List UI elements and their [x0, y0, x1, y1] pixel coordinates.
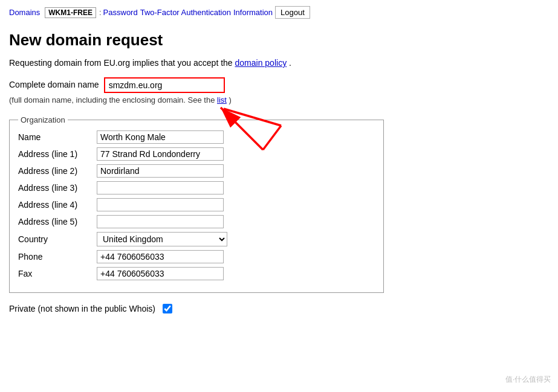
- policy-link[interactable]: domain policy: [235, 58, 287, 68]
- policy-text-after: .: [289, 58, 291, 68]
- field-addr1-row: Address (line 1): [18, 147, 375, 161]
- field-addr5-label: Address (line 5): [18, 217, 97, 227]
- domain-hint: (full domain name, including the enclosi…: [9, 95, 549, 104]
- hint-before: (full domain name, including the enclosi…: [9, 95, 215, 104]
- field-country-label: Country: [18, 234, 97, 244]
- field-phone-input[interactable]: [97, 250, 224, 263]
- field-phone-row: Phone: [18, 250, 375, 263]
- nav-sep2: :: [99, 8, 102, 17]
- field-country-select[interactable]: United Kingdom United States Germany Fra…: [97, 232, 227, 246]
- field-addr4-label: Address (line 4): [18, 200, 97, 210]
- nav-password[interactable]: Password: [103, 8, 138, 17]
- policy-notice: Requesting domain from EU.org implies th…: [9, 58, 549, 68]
- field-addr1-label: Address (line 1): [18, 149, 97, 159]
- org-fieldset: Organization Name Address (line 1) Addre…: [9, 115, 384, 293]
- field-addr5-input[interactable]: [97, 215, 224, 228]
- field-fax-label: Fax: [18, 269, 97, 278]
- hint-after: ): [229, 95, 232, 104]
- nav-tfa[interactable]: Two-Factor Authentication: [140, 8, 231, 17]
- private-checkbox[interactable]: [163, 304, 172, 313]
- field-addr5-row: Address (line 5): [18, 215, 375, 228]
- policy-text-before: Requesting domain from EU.org implies th…: [9, 58, 233, 68]
- field-name-input[interactable]: [97, 130, 224, 144]
- field-name-row: Name: [18, 130, 375, 144]
- nav-domains[interactable]: Domains: [9, 8, 40, 17]
- field-addr1-input[interactable]: [97, 147, 224, 161]
- field-name-label: Name: [18, 132, 97, 142]
- list-link[interactable]: list: [217, 95, 227, 104]
- org-legend: Organization: [18, 115, 68, 124]
- field-addr4-input[interactable]: [97, 198, 224, 211]
- field-addr3-row: Address (line 3): [18, 181, 375, 194]
- domain-input-wrapper: [104, 77, 225, 93]
- field-fax-row: Fax: [18, 267, 375, 280]
- field-addr4-row: Address (line 4): [18, 198, 375, 211]
- private-row: Private (not shown in the public Whois): [9, 304, 549, 313]
- field-fax-input[interactable]: [97, 267, 224, 280]
- page-title: New domain request: [9, 31, 549, 50]
- private-label: Private (not shown in the public Whois): [9, 304, 155, 313]
- field-addr2-input[interactable]: [97, 164, 224, 178]
- nav-badge: WKM1-FREE: [45, 7, 96, 18]
- field-addr3-input[interactable]: [97, 181, 224, 194]
- field-addr3-label: Address (line 3): [18, 183, 97, 193]
- field-country-row: Country United Kingdom United States Ger…: [18, 232, 375, 246]
- domain-row: Complete domain name: [9, 77, 549, 93]
- logout-button[interactable]: Logout: [275, 6, 310, 19]
- top-nav: Domains WKM1-FREE : Password Two-Factor …: [9, 6, 549, 19]
- nav-info[interactable]: Information: [233, 8, 273, 17]
- domain-input[interactable]: [104, 77, 225, 93]
- domain-label: Complete domain name: [9, 77, 99, 89]
- field-addr2-label: Address (line 2): [18, 166, 97, 176]
- field-phone-label: Phone: [18, 252, 97, 262]
- field-addr2-row: Address (line 2): [18, 164, 375, 178]
